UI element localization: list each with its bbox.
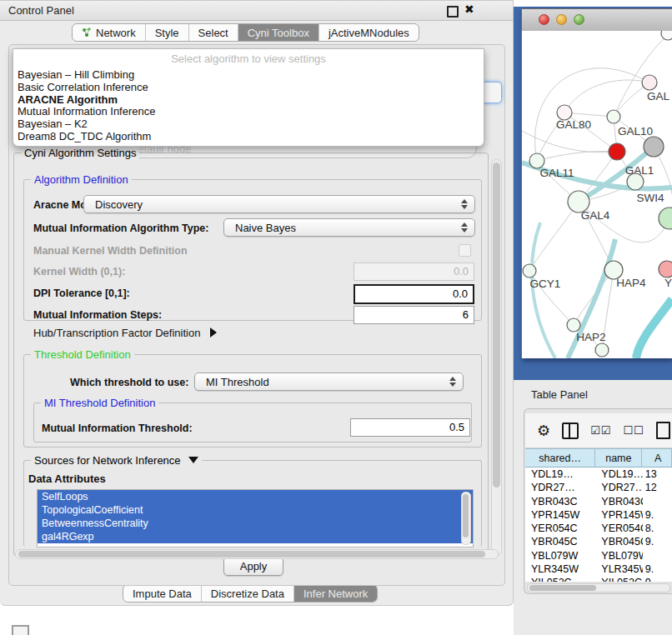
cell-value: 13	[643, 468, 672, 481]
network-node[interactable]	[642, 75, 657, 90]
data-attributes-list[interactable]: SelfLoopsTopologicalCoefficientBetweenne…	[37, 489, 474, 548]
node-table[interactable]: shared… name A YDL19… YDL19… 13 YDR27… Y…	[525, 448, 672, 582]
hub-definition-label: Hub/Transcription Factor Definition	[33, 327, 200, 339]
network-node[interactable]	[644, 137, 664, 157]
mi-type-combo[interactable]: Naive Bayes	[223, 218, 475, 237]
settings-vertical-scrollbar[interactable]	[491, 159, 502, 556]
table-row[interactable]: YER054C YER054C 8.	[525, 522, 672, 535]
aracne-mode-combo[interactable]: Discovery	[83, 195, 475, 213]
network-node[interactable]	[661, 31, 672, 40]
data-attributes-label: Data Attributes	[28, 472, 106, 485]
cell-shared-name: YDR27…	[525, 481, 595, 494]
network-canvas[interactable]: GALGAL80GAL10GAL1GAL11SWI4GAL4GCY1HAP4YH…	[522, 31, 672, 358]
which-threshold-value: MI Threshold	[206, 376, 269, 388]
select-all-checkboxes-icon[interactable]: ☑☑	[590, 424, 611, 437]
tab-discretize-data[interactable]: Discretize Data	[202, 585, 294, 602]
table-row[interactable]: YBR045C YBR045C 9.	[525, 535, 672, 548]
deselect-all-checkboxes-icon[interactable]: ☐☐	[623, 424, 644, 437]
algorithm-dropdown-item[interactable]: Bayesian – K2	[13, 118, 484, 131]
expanded-arrow-icon	[188, 457, 198, 463]
table-row[interactable]: YBR043C YBR043C	[525, 495, 672, 508]
table-row[interactable]: YBL079W YBL079W	[525, 549, 672, 562]
mi-threshold-field[interactable]: 0.5	[350, 418, 470, 437]
document-icon[interactable]	[656, 422, 670, 439]
tab-select[interactable]: Select	[189, 24, 238, 41]
tab-label: Cyni Toolbox	[248, 27, 309, 39]
mi-steps-field[interactable]: 6	[354, 306, 474, 324]
close-traffic-light-icon[interactable]	[539, 14, 549, 25]
cell-shared-name: YIL052C	[525, 576, 595, 582]
attribute-item[interactable]: SelfLoops	[38, 490, 473, 503]
hub-definition-toggle[interactable]: Hub/Transcription Factor Definition	[33, 327, 217, 339]
table-row[interactable]: YDL19… YDL19… 13	[525, 468, 672, 481]
column-header[interactable]: name	[595, 448, 642, 468]
cell-name: YLR345W	[595, 562, 643, 576]
dpi-tolerance-field[interactable]: 0.0	[354, 284, 474, 304]
gear-icon[interactable]: ⚙	[537, 423, 550, 438]
column-header[interactable]: shared…	[525, 448, 595, 468]
column-header[interactable]: A	[642, 448, 672, 468]
network-node[interactable]	[607, 110, 620, 123]
attribute-item[interactable]: TopologicalCoefficient	[38, 503, 473, 517]
network-node[interactable]	[627, 173, 644, 190]
algorithm-dropdown-item[interactable]: Mutual Information Inference	[13, 106, 484, 118]
tab-infer-network[interactable]: Infer Network	[294, 585, 377, 602]
network-node[interactable]	[567, 318, 580, 332]
kernel-width-label: Kernel Width (0,1):	[33, 266, 125, 278]
cell-shared-name: YBR045C	[525, 535, 595, 548]
sources-group-title[interactable]: Sources for Network Inference	[31, 454, 202, 467]
float-window-icon[interactable]	[447, 6, 459, 18]
list-vertical-scrollbar[interactable]	[461, 492, 471, 545]
group-title: Threshold Definition	[31, 348, 134, 361]
cell-value: 8.	[643, 522, 672, 535]
algorithm-dropdown-placeholder[interactable]: Select algorithm to view settings	[13, 49, 484, 69]
apply-button[interactable]: Apply	[223, 557, 283, 576]
table-horizontal-scrollbar[interactable]	[527, 583, 670, 592]
tab-network[interactable]: Network	[73, 24, 146, 41]
minimize-traffic-light-icon[interactable]	[556, 14, 567, 25]
scrollbar-thumb[interactable]	[18, 551, 485, 558]
settings-horizontal-scrollbar[interactable]	[15, 549, 499, 559]
cell-name: YIL052C	[595, 576, 643, 582]
mi-threshold-label: Mutual Information Threshold:	[42, 422, 193, 434]
network-node[interactable]	[595, 343, 609, 357]
tab-jactivemnodules[interactable]: jActiveMNodules	[319, 24, 419, 41]
scrollbar-thumb[interactable]	[493, 162, 500, 488]
network-node[interactable]	[659, 208, 672, 229]
tab-cyni-toolbox[interactable]: Cyni Toolbox	[238, 24, 319, 41]
tab-style[interactable]: Style	[146, 24, 189, 41]
cell-value: 9.	[643, 508, 672, 522]
tab-impute-data[interactable]: Impute Data	[123, 585, 202, 602]
cell-value	[643, 495, 672, 508]
algorithm-dropdown-item[interactable]: ARACNE Algorithm	[13, 94, 484, 107]
algorithm-dropdown-item[interactable]: Bayesian – Hill Climbing	[13, 69, 484, 82]
attribute-item[interactable]: gal4RGexp	[38, 530, 473, 543]
which-threshold-combo[interactable]: MI Threshold	[194, 372, 464, 391]
minimized-panel-icon[interactable]	[12, 625, 29, 635]
dpi-tolerance-label: DPI Tolerance [0,1]:	[33, 288, 130, 299]
manual-kernel-label: Manual Kernel Width Definition	[33, 245, 188, 257]
network-node[interactable]	[659, 261, 672, 278]
table-row[interactable]: YDR27… YDR27… 12	[525, 481, 672, 494]
attribute-item[interactable]: BetweennessCentrality	[38, 517, 473, 530]
tab-label: Impute Data	[133, 588, 192, 600]
table-body: YDL19… YDL19… 13 YDR27… YDR27… 12 YBR043…	[525, 468, 672, 582]
cell-shared-name: YLR345W	[525, 562, 595, 576]
manual-kernel-checkbox[interactable]	[459, 244, 471, 257]
network-node[interactable]	[523, 264, 536, 278]
network-node[interactable]	[609, 143, 625, 160]
control-panel-tabbar: Network Style Select Cyni Toolbox jActiv…	[72, 23, 419, 42]
node-label: GAL10	[618, 125, 653, 138]
table-row[interactable]: YPR145W YPR145W 9.	[525, 508, 672, 522]
scrollbar-thumb[interactable]	[529, 585, 596, 591]
scrollbar-thumb[interactable]	[463, 494, 469, 538]
node-label: Y	[664, 277, 672, 289]
kernel-width-field[interactable]: 0.0	[354, 262, 474, 281]
close-icon[interactable]: ✖	[464, 2, 474, 16]
algorithm-dropdown-item[interactable]: Dream8 DC_TDC Algorithm	[13, 131, 484, 143]
table-row[interactable]: YIL052C YIL052C 9.	[525, 576, 672, 582]
split-columns-icon[interactable]	[562, 422, 579, 439]
table-row[interactable]: YLR345W YLR345W 9.	[525, 562, 672, 576]
algorithm-dropdown-item[interactable]: Basic Correlation Inference	[13, 82, 484, 94]
zoom-traffic-light-icon[interactable]	[574, 14, 584, 25]
